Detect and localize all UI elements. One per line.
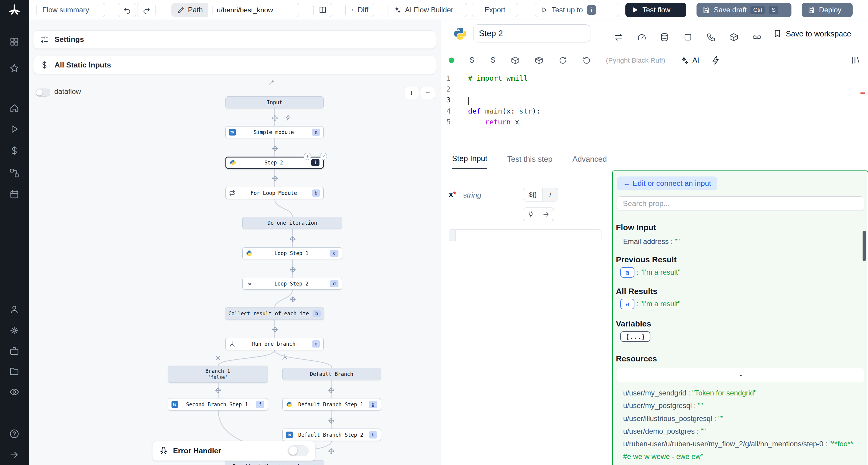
flow-node-collect-result[interactable]: Collect result of each iteration b: [225, 307, 324, 320]
resources-collapsed[interactable]: -: [617, 368, 864, 383]
insert-after-icon[interactable]: +: [304, 153, 311, 160]
ai-wand-icon[interactable]: [268, 79, 275, 87]
flow-node-do-one-iteration[interactable]: Do one iteration: [242, 217, 342, 229]
home-icon[interactable]: [9, 103, 20, 113]
expand-sidebar-icon[interactable]: [9, 450, 20, 460]
settings-gear-icon[interactable]: [9, 325, 20, 336]
package-icon[interactable]: [534, 56, 544, 65]
folder-icon[interactable]: [9, 366, 20, 377]
result-chip[interactable]: a: [620, 299, 634, 309]
flow-node-loop-step1[interactable]: Loop Step 1 c: [242, 247, 342, 259]
flow-node-simple-module[interactable]: ts Simple module a: [225, 126, 324, 138]
variables-row[interactable]: {...}: [620, 331, 650, 342]
step-name-input[interactable]: [473, 24, 590, 43]
variables-chip[interactable]: {...}: [620, 331, 650, 342]
flow-node-branch1[interactable]: Branch 1 'false': [168, 366, 268, 383]
schedules-icon[interactable]: [9, 189, 20, 200]
user-icon[interactable]: [9, 304, 20, 315]
error-handler-toggle[interactable]: [287, 445, 309, 457]
lang-tools-label[interactable]: (Pyright Black Ruff): [606, 56, 665, 64]
path-input[interactable]: [212, 6, 299, 14]
insert-step-icon[interactable]: [328, 418, 334, 424]
dollar-icon[interactable]: $: [469, 56, 475, 65]
code-editor[interactable]: 12345 # import wmilldef main(x: str): re…: [441, 71, 868, 150]
resource-row[interactable]: u/user/demo_postgres : "": [623, 425, 858, 438]
test-flow-button[interactable]: Test flow: [625, 3, 686, 17]
windmill-logo-icon[interactable]: [8, 3, 21, 16]
arg-value-input[interactable]: [449, 230, 602, 241]
edit-or-connect-button[interactable]: ← Edit or connect an input: [617, 176, 717, 190]
zoom-out-button[interactable]: −: [420, 87, 435, 99]
briefcase-icon[interactable]: [9, 346, 20, 356]
gauge-icon[interactable]: [637, 32, 647, 42]
workflows-icon[interactable]: [9, 168, 20, 178]
deploy-button[interactable]: Deploy: [802, 3, 852, 17]
save-to-workspace-button[interactable]: Save to workspace: [773, 29, 851, 38]
resource-row[interactable]: u/user/my_postgresql : "": [623, 399, 858, 412]
sparkles-icon[interactable]: [680, 56, 689, 65]
add-branch-icon[interactable]: [282, 354, 288, 360]
flow-input-row[interactable]: Email address : "": [623, 237, 680, 246]
flow-summary-button[interactable]: Flow summary: [36, 3, 105, 17]
runs-icon[interactable]: [9, 124, 20, 134]
resource-row[interactable]: u/ruben-user/u/ruben-user/my_flow_2/g/al…: [623, 438, 858, 463]
remove-branch-icon[interactable]: [215, 355, 221, 361]
redo-button[interactable]: [137, 3, 156, 17]
code-mode-button[interactable]: /: [543, 188, 558, 201]
history-icon[interactable]: [582, 56, 591, 65]
refresh-icon[interactable]: [558, 56, 567, 65]
help-icon[interactable]: [9, 429, 20, 439]
database-icon[interactable]: [659, 32, 670, 42]
result-chip[interactable]: a: [620, 267, 634, 278]
insert-step-icon[interactable]: [328, 448, 334, 454]
phone-icon[interactable]: [706, 32, 716, 42]
export-button[interactable]: Export: [472, 3, 518, 17]
zoom-in-button[interactable]: +: [404, 87, 419, 99]
star-icon[interactable]: [9, 63, 20, 73]
settings-row[interactable]: Settings: [33, 30, 436, 49]
insert-step-icon[interactable]: [290, 267, 296, 272]
all-static-inputs-row[interactable]: All Static Inputs: [33, 56, 436, 74]
insert-step-icon[interactable]: [272, 145, 278, 152]
flow-node-run-one-branch[interactable]: Run one branch e: [225, 338, 324, 350]
zap-icon[interactable]: [711, 56, 721, 65]
flow-node-input[interactable]: Input: [225, 96, 324, 108]
flow-node-default-branch-step2[interactable]: ts Default Branch Step 2 h: [282, 429, 381, 441]
grid-icon[interactable]: [9, 36, 20, 47]
previous-result-row[interactable]: a : "I'm a result": [620, 267, 680, 278]
flow-node-for-loop[interactable]: For Loop Module b: [225, 187, 324, 199]
flow-node-second-branch-step1[interactable]: ts Second Branch Step 1 f: [168, 398, 268, 410]
voicemail-icon[interactable]: [752, 32, 762, 42]
tab-test-this-step[interactable]: Test this step: [507, 150, 553, 169]
package-icon[interactable]: [510, 56, 520, 65]
diff-button[interactable]: Diff: [345, 3, 374, 17]
prop-search-input[interactable]: [617, 196, 864, 211]
insert-step-icon[interactable]: [215, 387, 221, 393]
library-icon[interactable]: [851, 56, 860, 65]
dollar-icon[interactable]: $: [490, 56, 496, 65]
insert-step-icon[interactable]: [290, 296, 296, 302]
eye-icon[interactable]: [9, 387, 20, 397]
box-icon[interactable]: [729, 32, 739, 42]
swap-arrows-icon[interactable]: [614, 32, 624, 42]
plug-icon[interactable]: [523, 207, 538, 221]
insert-step-icon[interactable]: [272, 115, 278, 121]
flow-node-result[interactable]: Result of the chosen branch: [225, 460, 324, 465]
flow-node-default-branch-step1[interactable]: Default Branch Step 1 g: [282, 398, 381, 410]
resource-row[interactable]: u/user/my_sendgrid : "Token for sendgrid…: [623, 387, 858, 399]
save-draft-button[interactable]: Save draft Ctrl S: [696, 3, 792, 17]
path-button[interactable]: Path: [172, 3, 208, 17]
resource-row[interactable]: u/user/illustrious_postgresql : "": [623, 412, 858, 425]
all-results-row[interactable]: a : "I'm a result": [620, 299, 680, 309]
ai-flow-builder-button[interactable]: AI Flow Builder: [388, 3, 467, 17]
resize-grip[interactable]: [449, 230, 456, 241]
variables-icon[interactable]: [9, 145, 20, 156]
square-icon[interactable]: [683, 32, 693, 42]
template-mode-button[interactable]: ${}: [523, 188, 543, 201]
ai-label[interactable]: AI: [692, 56, 699, 64]
flow-node-loop-step2[interactable]: ∞ Loop Step 2 d: [242, 278, 342, 290]
remove-step-icon[interactable]: ×: [320, 153, 327, 160]
tab-advanced[interactable]: Advanced: [572, 150, 607, 169]
panel-scrollbar[interactable]: [863, 231, 866, 261]
insert-step-icon[interactable]: [328, 387, 334, 393]
